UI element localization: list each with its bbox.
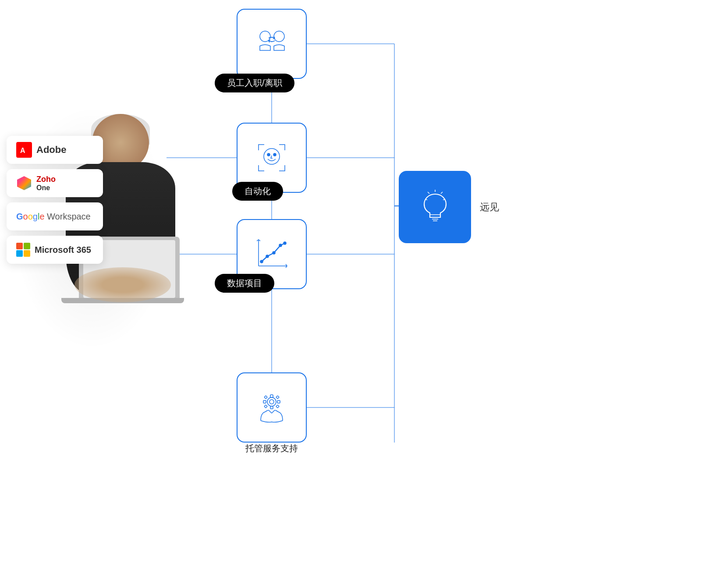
svg-point-11 bbox=[274, 31, 284, 42]
svg-rect-31 bbox=[276, 405, 279, 408]
right-label: 远见 bbox=[480, 201, 499, 214]
lightbulb-box bbox=[399, 171, 471, 243]
microsoft-icon bbox=[16, 243, 30, 257]
svg-rect-29 bbox=[276, 396, 279, 399]
svg-rect-27 bbox=[277, 400, 280, 403]
svg-text:A: A bbox=[20, 147, 25, 154]
svg-point-10 bbox=[260, 31, 270, 42]
banner-data: 数据项目 bbox=[215, 274, 274, 293]
banner-onboarding: 员工入职/离职 bbox=[215, 74, 294, 92]
google-workspace-card[interactable]: Google Workspace bbox=[7, 202, 103, 230]
svg-point-13 bbox=[267, 153, 270, 156]
svg-point-22 bbox=[267, 397, 276, 406]
adobe-label: Adobe bbox=[36, 144, 66, 156]
microsoft-365-card[interactable]: Microsoft 365 bbox=[7, 236, 103, 264]
svg-rect-30 bbox=[264, 405, 267, 408]
zoho-icon bbox=[16, 175, 32, 191]
svg-line-38 bbox=[443, 199, 445, 200]
svg-point-17 bbox=[260, 260, 263, 263]
svg-point-21 bbox=[284, 242, 286, 244]
person-hands bbox=[74, 267, 171, 302]
zoho-card[interactable]: Zoho One bbox=[7, 169, 103, 197]
zoho-text: Zoho One bbox=[36, 175, 56, 192]
svg-line-40 bbox=[425, 199, 427, 200]
microsoft-label: Microsoft 365 bbox=[35, 245, 91, 255]
zoho-name: Zoho bbox=[36, 175, 56, 184]
bottom-label: 托管服务支持 bbox=[193, 443, 351, 454]
settings-hands-box bbox=[237, 372, 307, 443]
svg-point-14 bbox=[273, 153, 276, 156]
svg-point-23 bbox=[269, 400, 274, 404]
main-scene: A Adobe Zoho One Google Workspace bbox=[0, 0, 709, 588]
zoho-one-label: One bbox=[36, 184, 56, 192]
person-transfer-box bbox=[237, 9, 307, 79]
svg-rect-24 bbox=[270, 395, 273, 397]
svg-point-19 bbox=[273, 251, 275, 254]
svg-line-39 bbox=[428, 192, 429, 194]
svg-line-37 bbox=[441, 192, 443, 194]
svg-point-18 bbox=[266, 255, 269, 258]
svg-point-20 bbox=[279, 244, 282, 247]
logo-cards-container: A Adobe Zoho One Google Workspace bbox=[7, 136, 103, 264]
google-workspace-label: Google Workspace bbox=[16, 212, 91, 222]
svg-rect-28 bbox=[264, 396, 267, 399]
svg-rect-25 bbox=[270, 406, 273, 409]
adobe-icon: A bbox=[16, 142, 32, 158]
svg-rect-26 bbox=[263, 400, 266, 403]
adobe-card[interactable]: A Adobe bbox=[7, 136, 103, 164]
banner-auto: 自动化 bbox=[232, 182, 283, 201]
